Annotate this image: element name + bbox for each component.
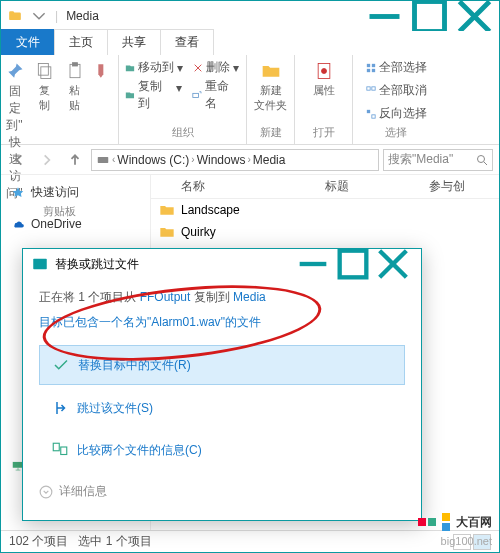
list-item[interactable]: Landscape bbox=[151, 199, 499, 221]
paste-button[interactable]: 粘贴 bbox=[63, 59, 87, 115]
dialog-maximize-button[interactable] bbox=[333, 250, 373, 278]
svg-rect-4 bbox=[72, 63, 77, 66]
tab-view[interactable]: 查看 bbox=[160, 29, 214, 55]
up-button[interactable] bbox=[63, 148, 87, 172]
copyto-button[interactable]: 复制到 ▾ 重命名 bbox=[125, 78, 240, 112]
search-icon bbox=[476, 154, 488, 166]
ribbon-tabs: 文件 主页 共享 查看 bbox=[1, 31, 499, 55]
rename-button[interactable]: 重命名 bbox=[205, 78, 240, 112]
search-placeholder: 搜索"Media" bbox=[388, 151, 453, 168]
compare-option[interactable]: 比较两个文件的信息(C) bbox=[39, 431, 405, 469]
replace-option[interactable]: 替换目标中的文件(R) bbox=[39, 345, 405, 385]
selectall-button[interactable]: 全部选择 bbox=[366, 59, 427, 76]
watermark-logo-icon bbox=[418, 518, 436, 526]
tab-file[interactable]: 文件 bbox=[1, 29, 55, 55]
tab-home[interactable]: 主页 bbox=[54, 29, 108, 55]
svg-rect-23 bbox=[53, 443, 59, 451]
dialog-title: 替换或跳过文件 bbox=[55, 256, 139, 273]
group-organize: 组织 bbox=[125, 125, 240, 140]
copy-button[interactable]: 复制 bbox=[33, 59, 57, 115]
dialog-body: 正在将 1 个项目从 FFOutput 复制到 Media 目标已包含一个名为"… bbox=[23, 279, 421, 520]
group-new: 新建 bbox=[253, 125, 288, 140]
search-input[interactable]: 搜索"Media" bbox=[383, 149, 493, 171]
sidebar-quick-access[interactable]: 快速访问 bbox=[5, 181, 146, 204]
skip-option[interactable]: 跳过该文件(S) bbox=[39, 389, 405, 427]
delete-button[interactable]: 删除 bbox=[206, 59, 230, 76]
ribbon: 固定到"快速访问" 复制 粘贴 剪贴板 移动到 ▾ 删除 ▾ 复制到 ▾ 重命名… bbox=[1, 55, 499, 145]
status-selected: 选中 1 个项目 bbox=[78, 534, 151, 548]
clipboard-brush-icon[interactable] bbox=[93, 59, 117, 83]
svg-point-7 bbox=[321, 69, 326, 74]
svg-rect-5 bbox=[193, 93, 199, 97]
svg-rect-13 bbox=[371, 86, 374, 89]
forward-button[interactable] bbox=[35, 148, 59, 172]
breadcrumb[interactable]: ‹ Windows (C:)› Windows› Media bbox=[91, 149, 379, 171]
status-bar: 102 个项目 选中 1 个项目 bbox=[1, 530, 499, 552]
svg-rect-8 bbox=[366, 63, 369, 66]
svg-rect-2 bbox=[38, 64, 48, 76]
invert-button[interactable]: 反向选择 bbox=[366, 105, 427, 122]
watermark-url: big100.net bbox=[441, 535, 492, 547]
svg-rect-11 bbox=[371, 68, 374, 71]
group-select: 选择 bbox=[359, 125, 433, 140]
chevron-down-icon bbox=[39, 485, 53, 499]
dialog-message: 目标已包含一个名为"Alarm01.wav"的文件 bbox=[39, 312, 405, 331]
details-toggle[interactable]: 详细信息 bbox=[39, 477, 405, 506]
minimize-button[interactable] bbox=[362, 2, 407, 30]
svg-rect-15 bbox=[371, 114, 374, 117]
dialog-minimize-button[interactable] bbox=[293, 250, 333, 278]
folder-icon bbox=[5, 6, 25, 26]
separator: | bbox=[55, 9, 58, 23]
tab-share[interactable]: 共享 bbox=[107, 29, 161, 55]
column-headers: 名称 标题 参与创 bbox=[151, 175, 499, 199]
svg-rect-1 bbox=[40, 67, 50, 79]
moveto-button[interactable]: 移动到 ▾ 删除 ▾ bbox=[125, 59, 240, 76]
list-item[interactable]: Quirky bbox=[151, 221, 499, 243]
svg-rect-22 bbox=[340, 251, 367, 278]
svg-rect-0 bbox=[415, 1, 445, 31]
dialog-icon bbox=[31, 255, 49, 273]
svg-rect-9 bbox=[371, 63, 374, 66]
col-title[interactable]: 标题 bbox=[295, 178, 369, 195]
svg-rect-10 bbox=[366, 68, 369, 71]
breadcrumb-item[interactable]: Media bbox=[253, 153, 286, 167]
svg-rect-12 bbox=[366, 86, 369, 89]
compare-icon bbox=[51, 441, 69, 459]
svg-rect-16 bbox=[98, 157, 109, 163]
skip-icon bbox=[51, 399, 69, 417]
status-total: 102 个项目 bbox=[9, 534, 68, 548]
group-open: 打开 bbox=[301, 125, 346, 140]
drive-icon bbox=[96, 153, 110, 167]
titlebar: | Media bbox=[1, 1, 499, 31]
breadcrumb-item[interactable]: Windows bbox=[197, 153, 246, 167]
watermark-logo-icon bbox=[442, 513, 450, 531]
back-button[interactable] bbox=[7, 148, 31, 172]
address-bar: ‹ Windows (C:)› Windows› Media 搜索"Media" bbox=[1, 145, 499, 175]
window-title: Media bbox=[66, 9, 99, 23]
svg-rect-24 bbox=[61, 447, 67, 455]
col-contrib[interactable]: 参与创 bbox=[399, 178, 485, 195]
check-icon bbox=[52, 356, 70, 374]
maximize-button[interactable] bbox=[407, 2, 452, 30]
svg-point-17 bbox=[478, 155, 485, 162]
close-button[interactable] bbox=[452, 2, 497, 30]
breadcrumb-item[interactable]: Windows (C:) bbox=[117, 153, 189, 167]
col-name[interactable]: 名称 bbox=[151, 178, 225, 195]
replace-skip-dialog: 替换或跳过文件 正在将 1 个项目从 FFOutput 复制到 Media 目标… bbox=[22, 248, 422, 521]
dialog-subtitle: 正在将 1 个项目从 FFOutput 复制到 Media bbox=[39, 289, 405, 306]
down-caret-icon[interactable] bbox=[29, 6, 49, 26]
sidebar-onedrive[interactable]: OneDrive bbox=[5, 214, 146, 234]
dialog-close-button[interactable] bbox=[373, 250, 413, 278]
properties-button[interactable]: 属性 bbox=[311, 59, 337, 100]
selectnone-button[interactable]: 全部取消 bbox=[366, 82, 427, 99]
newfolder-button[interactable]: 新建 文件夹 bbox=[252, 59, 289, 115]
svg-rect-21 bbox=[33, 259, 47, 270]
dialog-titlebar: 替换或跳过文件 bbox=[23, 249, 421, 279]
svg-rect-14 bbox=[366, 109, 369, 112]
watermark: 大百网 bbox=[418, 513, 492, 531]
svg-point-25 bbox=[40, 486, 52, 498]
